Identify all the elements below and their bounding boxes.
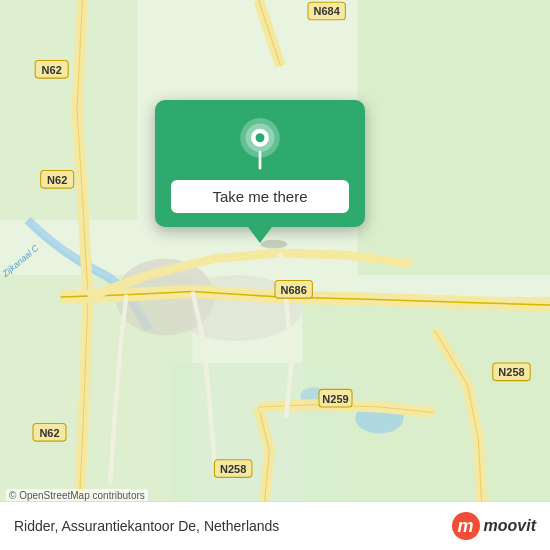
svg-text:N686: N686: [281, 284, 307, 296]
bottom-bar: Ridder, Assurantiekantoor De, Netherland…: [0, 501, 550, 550]
pin-icon: [234, 118, 286, 170]
moovit-icon: m: [452, 512, 480, 540]
location-label: Ridder, Assurantiekantoor De, Netherland…: [14, 518, 279, 534]
moovit-brand-name: moovit: [484, 517, 536, 535]
popup-card: Take me there: [155, 100, 365, 227]
svg-text:N258: N258: [220, 463, 246, 475]
svg-rect-2: [358, 0, 551, 275]
svg-text:N684: N684: [314, 5, 341, 17]
svg-text:N259: N259: [322, 393, 348, 405]
take-me-there-button[interactable]: Take me there: [171, 180, 349, 213]
svg-text:N62: N62: [47, 174, 67, 186]
map-svg: N684 N62 N62 N62 N686 N258 N258 N259 Zij…: [0, 0, 550, 550]
moovit-logo: m moovit: [452, 512, 536, 540]
svg-text:N62: N62: [39, 427, 59, 439]
map-container: N684 N62 N62 N62 N686 N258 N258 N259 Zij…: [0, 0, 550, 550]
svg-text:N62: N62: [42, 64, 62, 76]
svg-text:N258: N258: [498, 366, 524, 378]
svg-point-31: [256, 133, 265, 142]
